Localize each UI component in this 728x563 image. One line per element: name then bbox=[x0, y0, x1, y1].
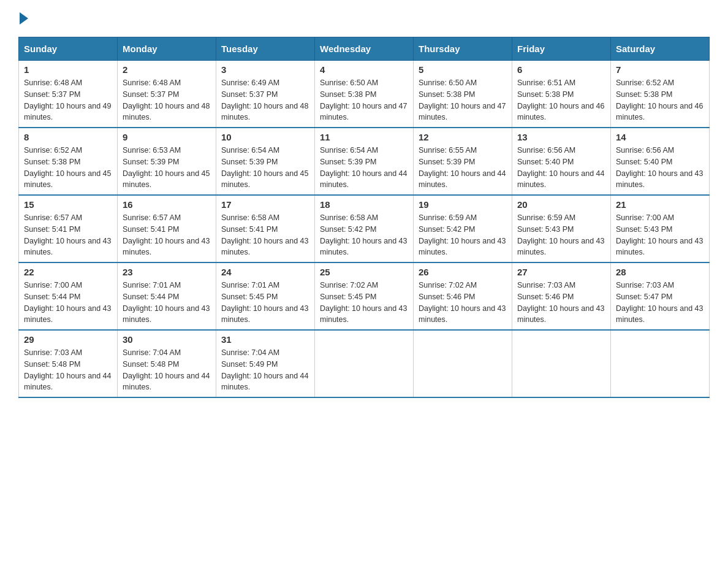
calendar-cell: 28 Sunrise: 7:03 AMSunset: 5:47 PMDaylig… bbox=[611, 262, 710, 330]
day-info: Sunrise: 7:02 AMSunset: 5:45 PMDaylight:… bbox=[320, 281, 407, 324]
day-number: 21 bbox=[616, 199, 704, 210]
day-number: 20 bbox=[517, 199, 605, 210]
calendar-cell: 12 Sunrise: 6:55 AMSunset: 5:39 PMDaylig… bbox=[414, 128, 512, 195]
day-info: Sunrise: 6:50 AMSunset: 5:38 PMDaylight:… bbox=[419, 79, 506, 121]
calendar-cell bbox=[611, 330, 710, 397]
header-wednesday: Wednesday bbox=[315, 37, 414, 61]
day-number: 31 bbox=[221, 334, 309, 345]
day-info: Sunrise: 7:04 AMSunset: 5:49 PMDaylight:… bbox=[221, 348, 308, 391]
header-tuesday: Tuesday bbox=[216, 37, 315, 61]
calendar-cell: 14 Sunrise: 6:56 AMSunset: 5:40 PMDaylig… bbox=[611, 128, 710, 195]
day-info: Sunrise: 6:56 AMSunset: 5:40 PMDaylight:… bbox=[517, 146, 604, 189]
page-header bbox=[18, 12, 710, 25]
day-info: Sunrise: 6:54 AMSunset: 5:39 PMDaylight:… bbox=[320, 146, 407, 189]
day-info: Sunrise: 7:01 AMSunset: 5:45 PMDaylight:… bbox=[221, 281, 308, 324]
calendar-cell: 24 Sunrise: 7:01 AMSunset: 5:45 PMDaylig… bbox=[216, 262, 315, 330]
day-info: Sunrise: 6:49 AMSunset: 5:37 PMDaylight:… bbox=[221, 79, 308, 121]
calendar-cell: 15 Sunrise: 6:57 AMSunset: 5:41 PMDaylig… bbox=[19, 195, 118, 262]
logo-arrow-icon bbox=[20, 12, 28, 25]
day-info: Sunrise: 6:51 AMSunset: 5:38 PMDaylight:… bbox=[517, 79, 604, 121]
day-info: Sunrise: 7:00 AMSunset: 5:44 PMDaylight:… bbox=[24, 281, 111, 324]
day-number: 22 bbox=[24, 267, 112, 277]
day-number: 25 bbox=[320, 267, 408, 277]
day-number: 29 bbox=[24, 334, 112, 345]
day-number: 16 bbox=[123, 199, 211, 210]
day-number: 28 bbox=[616, 267, 704, 277]
day-number: 11 bbox=[320, 132, 408, 142]
week-row: 1 Sunrise: 6:48 AMSunset: 5:37 PMDayligh… bbox=[19, 61, 710, 128]
day-info: Sunrise: 6:57 AMSunset: 5:41 PMDaylight:… bbox=[123, 213, 210, 256]
calendar-cell bbox=[512, 330, 611, 397]
day-number: 4 bbox=[320, 64, 408, 75]
day-info: Sunrise: 6:48 AMSunset: 5:37 PMDaylight:… bbox=[24, 79, 111, 121]
day-number: 15 bbox=[24, 199, 112, 210]
day-info: Sunrise: 7:04 AMSunset: 5:48 PMDaylight:… bbox=[123, 348, 210, 391]
week-row: 29 Sunrise: 7:03 AMSunset: 5:48 PMDaylig… bbox=[19, 330, 710, 397]
calendar-cell: 6 Sunrise: 6:51 AMSunset: 5:38 PMDayligh… bbox=[512, 61, 611, 128]
day-info: Sunrise: 6:59 AMSunset: 5:42 PMDaylight:… bbox=[419, 213, 506, 256]
day-number: 30 bbox=[123, 334, 211, 345]
calendar-table: SundayMondayTuesdayWednesdayThursdayFrid… bbox=[18, 37, 710, 398]
day-number: 6 bbox=[517, 64, 605, 75]
day-info: Sunrise: 7:00 AMSunset: 5:43 PMDaylight:… bbox=[616, 213, 703, 256]
calendar-cell: 31 Sunrise: 7:04 AMSunset: 5:49 PMDaylig… bbox=[216, 330, 315, 397]
day-info: Sunrise: 7:03 AMSunset: 5:47 PMDaylight:… bbox=[616, 281, 703, 324]
day-number: 27 bbox=[517, 267, 605, 277]
day-info: Sunrise: 6:57 AMSunset: 5:41 PMDaylight:… bbox=[24, 213, 111, 256]
calendar-cell: 23 Sunrise: 7:01 AMSunset: 5:44 PMDaylig… bbox=[118, 262, 216, 330]
day-info: Sunrise: 7:01 AMSunset: 5:44 PMDaylight:… bbox=[123, 281, 210, 324]
calendar-cell bbox=[315, 330, 414, 397]
day-info: Sunrise: 6:59 AMSunset: 5:43 PMDaylight:… bbox=[517, 213, 604, 256]
day-info: Sunrise: 7:03 AMSunset: 5:48 PMDaylight:… bbox=[24, 348, 111, 391]
day-number: 9 bbox=[123, 132, 211, 142]
week-row: 15 Sunrise: 6:57 AMSunset: 5:41 PMDaylig… bbox=[19, 195, 710, 262]
day-number: 14 bbox=[616, 132, 704, 142]
day-info: Sunrise: 6:58 AMSunset: 5:42 PMDaylight:… bbox=[320, 213, 407, 256]
day-info: Sunrise: 6:52 AMSunset: 5:38 PMDaylight:… bbox=[24, 146, 111, 189]
calendar-cell bbox=[414, 330, 512, 397]
header-thursday: Thursday bbox=[414, 37, 512, 61]
day-info: Sunrise: 6:55 AMSunset: 5:39 PMDaylight:… bbox=[419, 146, 506, 189]
calendar-cell: 18 Sunrise: 6:58 AMSunset: 5:42 PMDaylig… bbox=[315, 195, 414, 262]
calendar-cell: 22 Sunrise: 7:00 AMSunset: 5:44 PMDaylig… bbox=[19, 262, 118, 330]
day-number: 10 bbox=[221, 132, 309, 142]
calendar-cell: 4 Sunrise: 6:50 AMSunset: 5:38 PMDayligh… bbox=[315, 61, 414, 128]
calendar-cell: 5 Sunrise: 6:50 AMSunset: 5:38 PMDayligh… bbox=[414, 61, 512, 128]
day-info: Sunrise: 6:56 AMSunset: 5:40 PMDaylight:… bbox=[616, 146, 703, 189]
header-row: SundayMondayTuesdayWednesdayThursdayFrid… bbox=[19, 37, 710, 61]
calendar-cell: 19 Sunrise: 6:59 AMSunset: 5:42 PMDaylig… bbox=[414, 195, 512, 262]
day-number: 1 bbox=[24, 64, 112, 75]
day-number: 18 bbox=[320, 199, 408, 210]
calendar-cell: 26 Sunrise: 7:02 AMSunset: 5:46 PMDaylig… bbox=[414, 262, 512, 330]
week-row: 22 Sunrise: 7:00 AMSunset: 5:44 PMDaylig… bbox=[19, 262, 710, 330]
calendar-cell: 20 Sunrise: 6:59 AMSunset: 5:43 PMDaylig… bbox=[512, 195, 611, 262]
calendar-cell: 9 Sunrise: 6:53 AMSunset: 5:39 PMDayligh… bbox=[118, 128, 216, 195]
calendar-cell: 1 Sunrise: 6:48 AMSunset: 5:37 PMDayligh… bbox=[19, 61, 118, 128]
day-info: Sunrise: 6:58 AMSunset: 5:41 PMDaylight:… bbox=[221, 213, 308, 256]
calendar-cell: 30 Sunrise: 7:04 AMSunset: 5:48 PMDaylig… bbox=[118, 330, 216, 397]
calendar-cell: 21 Sunrise: 7:00 AMSunset: 5:43 PMDaylig… bbox=[611, 195, 710, 262]
day-number: 19 bbox=[419, 199, 507, 210]
day-number: 13 bbox=[517, 132, 605, 142]
week-row: 8 Sunrise: 6:52 AMSunset: 5:38 PMDayligh… bbox=[19, 128, 710, 195]
day-info: Sunrise: 6:54 AMSunset: 5:39 PMDaylight:… bbox=[221, 146, 308, 189]
day-number: 12 bbox=[419, 132, 507, 142]
day-info: Sunrise: 6:50 AMSunset: 5:38 PMDaylight:… bbox=[320, 79, 407, 121]
day-number: 2 bbox=[123, 64, 211, 75]
header-monday: Monday bbox=[118, 37, 216, 61]
calendar-cell: 3 Sunrise: 6:49 AMSunset: 5:37 PMDayligh… bbox=[216, 61, 315, 128]
header-sunday: Sunday bbox=[19, 37, 118, 61]
calendar-cell: 2 Sunrise: 6:48 AMSunset: 5:37 PMDayligh… bbox=[118, 61, 216, 128]
calendar-cell: 25 Sunrise: 7:02 AMSunset: 5:45 PMDaylig… bbox=[315, 262, 414, 330]
day-number: 8 bbox=[24, 132, 112, 142]
calendar-body: 1 Sunrise: 6:48 AMSunset: 5:37 PMDayligh… bbox=[19, 61, 710, 398]
day-number: 3 bbox=[221, 64, 309, 75]
calendar-cell: 13 Sunrise: 6:56 AMSunset: 5:40 PMDaylig… bbox=[512, 128, 611, 195]
day-number: 5 bbox=[419, 64, 507, 75]
calendar-cell: 10 Sunrise: 6:54 AMSunset: 5:39 PMDaylig… bbox=[216, 128, 315, 195]
day-info: Sunrise: 6:48 AMSunset: 5:37 PMDaylight:… bbox=[123, 79, 210, 121]
day-info: Sunrise: 6:53 AMSunset: 5:39 PMDaylight:… bbox=[123, 146, 210, 189]
calendar-cell: 7 Sunrise: 6:52 AMSunset: 5:38 PMDayligh… bbox=[611, 61, 710, 128]
day-info: Sunrise: 7:03 AMSunset: 5:46 PMDaylight:… bbox=[517, 281, 604, 324]
day-info: Sunrise: 6:52 AMSunset: 5:38 PMDaylight:… bbox=[616, 79, 703, 121]
